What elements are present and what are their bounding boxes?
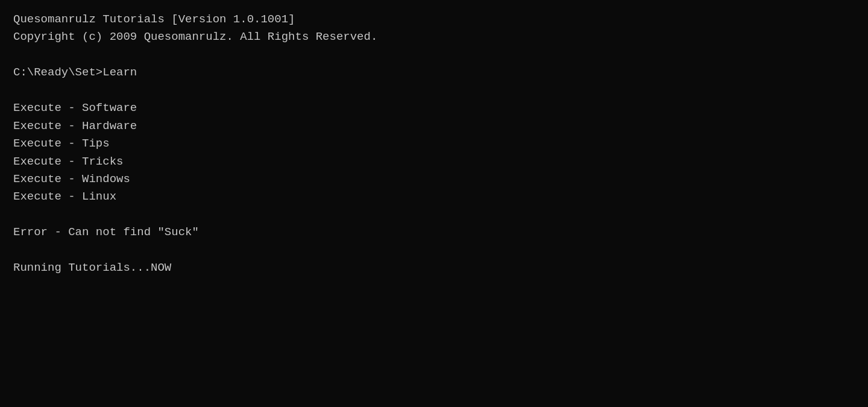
blank-line-1 bbox=[13, 46, 855, 64]
execute-hardware: Execute - Hardware bbox=[13, 118, 855, 135]
execute-software: Execute - Software bbox=[13, 99, 855, 117]
execute-tips: Execute - Tips bbox=[13, 135, 855, 153]
title-line-2: Copyright (c) 2009 Quesomanrulz. All Rig… bbox=[13, 28, 855, 46]
execute-linux: Execute - Linux bbox=[13, 188, 855, 206]
execute-tricks: Execute - Tricks bbox=[13, 153, 855, 171]
blank-line-4 bbox=[13, 242, 855, 259]
terminal-window: Quesomanrulz Tutorials [Version 1.0.1001… bbox=[0, 0, 868, 407]
title-line-1: Quesomanrulz Tutorials [Version 1.0.1001… bbox=[13, 11, 855, 28]
blank-line-3 bbox=[13, 206, 855, 224]
execute-windows: Execute - Windows bbox=[13, 171, 855, 188]
blank-line-2 bbox=[13, 82, 855, 99]
error-line: Error - Can not find "Suck" bbox=[13, 224, 855, 241]
running-line: Running Tutorials...NOW bbox=[13, 259, 855, 277]
prompt-line: C:\Ready\Set>Learn bbox=[13, 64, 855, 81]
